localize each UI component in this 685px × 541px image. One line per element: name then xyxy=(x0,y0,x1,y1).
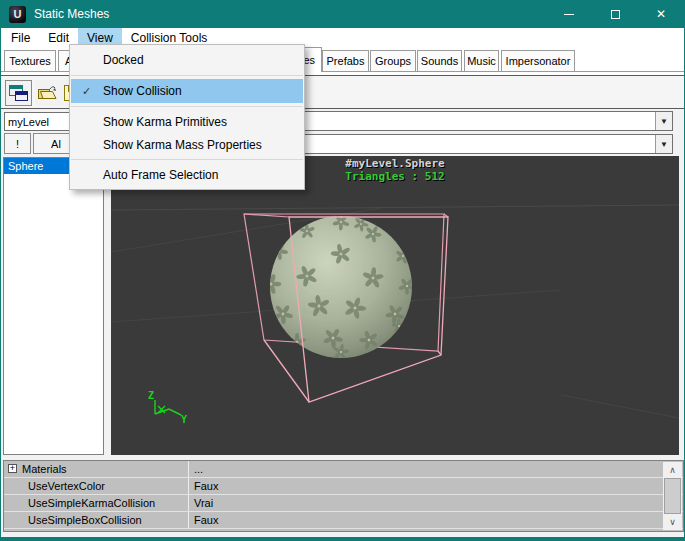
axis-indicator-icon: Z Y xyxy=(148,390,187,425)
menu-file[interactable]: File xyxy=(2,28,39,47)
mesh-combo-arrow-icon[interactable]: ▼ xyxy=(655,135,672,153)
tab-textures[interactable]: Textures xyxy=(4,50,56,72)
property-row-usesimpleboxcollision[interactable]: UseSimpleBoxCollision Faux xyxy=(4,512,683,529)
menu-item-auto-frame-selection[interactable]: Auto Frame Selection xyxy=(71,163,303,186)
unreal-logo-icon: U xyxy=(9,6,26,23)
svg-text:Z: Z xyxy=(148,390,154,401)
expand-icon[interactable]: + xyxy=(8,464,17,473)
property-name: + Materials xyxy=(4,461,189,477)
tab-sounds[interactable]: Sounds xyxy=(417,50,462,72)
menu-separator xyxy=(71,106,303,107)
property-name: UseVertexColor xyxy=(4,478,189,494)
minimize-button[interactable] xyxy=(546,0,592,28)
property-value[interactable]: ... xyxy=(189,461,683,477)
maximize-button[interactable] xyxy=(592,0,638,28)
property-name: UseSimpleBoxCollision xyxy=(4,512,189,528)
tab-groups[interactable]: Groups xyxy=(370,50,416,72)
dock-toggle-button[interactable] xyxy=(5,80,32,106)
property-grid: + Materials ... UseVertexColor Faux UseS… xyxy=(3,460,684,532)
scroll-up-icon[interactable]: ∧ xyxy=(663,462,682,478)
close-icon: ✕ xyxy=(656,7,666,21)
scroll-down-icon[interactable]: ∨ xyxy=(663,514,682,530)
view-dropdown-menu: Docked ✓ Show Collision Show Karma Primi… xyxy=(69,44,305,190)
open-folder-icon xyxy=(37,84,59,102)
tab-music[interactable]: Music xyxy=(464,50,499,72)
property-row-usesimplekarmacollision[interactable]: UseSimpleKarmaCollision Vrai xyxy=(4,495,683,512)
group-combo-arrow-icon[interactable]: ▼ xyxy=(655,112,672,130)
dock-icon xyxy=(8,84,29,103)
checkmark-icon: ✓ xyxy=(82,85,91,98)
close-button[interactable]: ✕ xyxy=(638,0,684,28)
tab-prefabs[interactable]: Prefabs xyxy=(322,50,369,72)
window-title: Static Meshes xyxy=(34,7,109,21)
static-meshes-window: U Static Meshes ✕ File Edit View Collisi… xyxy=(0,0,685,541)
property-value[interactable]: Faux xyxy=(189,478,683,494)
menu-separator xyxy=(71,159,303,160)
scrollbar-thumb[interactable] xyxy=(664,478,681,514)
property-value[interactable]: Faux xyxy=(189,512,683,528)
mesh-viewport[interactable]: Z Y #myLevel.Sphere Triangles : 512 xyxy=(111,156,679,455)
property-value[interactable]: Vrai xyxy=(189,495,683,511)
maximize-icon xyxy=(611,10,620,19)
mesh-list: Sphere xyxy=(3,157,104,455)
menu-item-show-karma-mass-properties[interactable]: Show Karma Mass Properties xyxy=(71,133,303,156)
caption-buttons: ✕ xyxy=(546,0,684,28)
menu-separator xyxy=(71,75,303,76)
menu-item-docked[interactable]: Docked xyxy=(71,48,303,72)
menu-item-show-collision[interactable]: ✓ Show Collision xyxy=(71,79,303,103)
property-name: UseSimpleKarmaCollision xyxy=(4,495,189,511)
property-row-materials[interactable]: + Materials ... xyxy=(4,461,683,478)
window-bottom-border xyxy=(1,537,685,541)
property-row-usevertexcolor[interactable]: UseVertexColor Faux xyxy=(4,478,683,495)
property-grid-scrollbar[interactable]: ∧ ∨ xyxy=(663,462,682,530)
minimize-icon xyxy=(564,14,574,15)
refresh-button[interactable]: ! xyxy=(4,133,31,154)
viewport-canvas: Z Y xyxy=(111,156,679,455)
open-package-button[interactable] xyxy=(35,80,61,106)
tab-impersonator[interactable]: Impersonator xyxy=(501,50,575,72)
svg-text:Y: Y xyxy=(181,414,187,425)
menu-item-show-karma-primitives[interactable]: Show Karma Primitives xyxy=(71,110,303,133)
